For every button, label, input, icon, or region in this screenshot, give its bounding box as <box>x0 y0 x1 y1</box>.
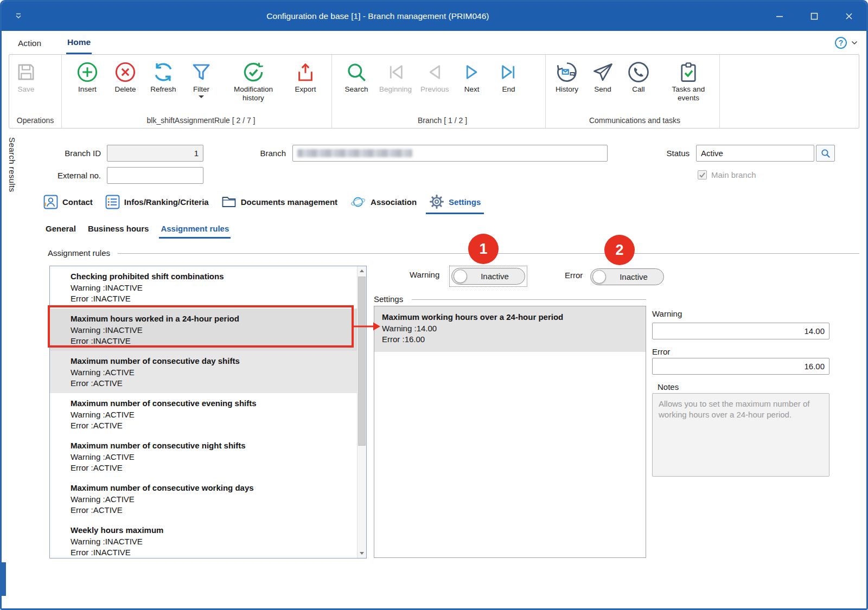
ribbon-group-communications: History Send Call <box>546 55 720 128</box>
rule-title: Maximum number of consecutive night shif… <box>71 441 353 450</box>
search-results-side-tab[interactable]: Search results <box>8 137 17 192</box>
menu-home[interactable]: Home <box>66 32 92 54</box>
branch-id-label: Branch ID <box>50 145 101 162</box>
annotation-badge-1: 1 <box>468 234 499 264</box>
warning-toggle[interactable]: Inactive <box>451 268 525 285</box>
tab-infos-ranking-criteria[interactable]: Infos/Ranking/Criteria <box>104 195 210 209</box>
rule-warning: Warning :ACTIVE <box>71 409 353 420</box>
external-no-input[interactable] <box>107 167 203 184</box>
quick-access-chevron-icon[interactable] <box>15 13 22 20</box>
rule-list-item[interactable]: Checking prohibited shift combinations W… <box>50 266 357 309</box>
subtab-general[interactable]: General <box>45 224 76 233</box>
branch-input[interactable] <box>292 145 608 162</box>
warning-field-label: Warning <box>652 309 682 318</box>
list-scrollbar[interactable] <box>357 266 366 558</box>
window-title: Configuration de base [1] - Branch manag… <box>266 11 489 21</box>
ribbon: Save Operations Insert Delete <box>9 54 859 129</box>
annotation-badge-2: 2 <box>604 235 635 265</box>
tab-association[interactable]: Association <box>349 195 418 209</box>
notes-textarea[interactable]: Allows you to set the maximum number of … <box>652 393 829 477</box>
send-button[interactable]: Send <box>586 59 620 94</box>
beginning-icon <box>384 59 407 85</box>
previous-button[interactable]: Previous <box>418 59 452 94</box>
save-button[interactable]: Save <box>9 59 43 94</box>
tab-contact[interactable]: Contact <box>42 195 94 209</box>
warning-toggle-state: Inactive <box>467 272 525 281</box>
tab-label: Contact <box>62 197 93 207</box>
scrollbar-track[interactable] <box>358 275 366 549</box>
beginning-button[interactable]: Beginning <box>376 59 414 94</box>
tab-documents-management[interactable]: Documents management <box>220 195 339 209</box>
rule-error: Error :ACTIVE <box>71 463 353 473</box>
infos-ranking-criteria-icon <box>105 195 120 209</box>
send-icon <box>591 59 615 85</box>
export-icon <box>294 59 317 85</box>
rule-list-item[interactable]: Maximum number of consecutive evening sh… <box>50 393 357 435</box>
scroll-up-button[interactable] <box>358 266 366 275</box>
subtab-business-hours[interactable]: Business hours <box>87 224 150 233</box>
rule-list-item[interactable]: Maximum number of consecutive working da… <box>50 478 357 520</box>
scrollbar-thumb[interactable] <box>358 277 366 446</box>
rule-warning: Warning :ACTIVE <box>71 494 353 505</box>
status-input[interactable] <box>696 145 814 162</box>
menu-action[interactable]: Action <box>17 32 42 54</box>
main-branch-label: Main branch <box>711 170 756 179</box>
rule-error: Error :ACTIVE <box>71 378 353 389</box>
rule-warning: Warning :INACTIVE <box>71 282 353 293</box>
association-icon <box>350 195 366 209</box>
insert-button[interactable]: Insert <box>71 59 104 94</box>
export-button[interactable]: Export <box>289 59 322 94</box>
scroll-up-arrow-icon <box>360 269 364 272</box>
refresh-button[interactable]: Refresh <box>146 59 180 94</box>
history-button[interactable]: History <box>550 59 584 94</box>
scroll-down-button[interactable] <box>358 549 366 558</box>
rule-warning: Warning :ACTIVE <box>71 452 353 463</box>
error-value-input[interactable] <box>652 358 829 375</box>
refresh-icon <box>151 59 175 85</box>
minimize-icon <box>775 12 784 21</box>
rule-warning: Warning :ACTIVE <box>71 367 353 378</box>
tab-settings[interactable]: Settings <box>428 194 482 209</box>
warning-toggle-label: Warning <box>410 270 439 279</box>
tasks-and-events-button[interactable]: Tasks and events <box>658 59 719 102</box>
call-button[interactable]: Call <box>622 59 655 94</box>
minimize-button[interactable] <box>762 2 797 31</box>
subtab-assignment-rules[interactable]: Assignment rules <box>160 224 229 233</box>
filter-button[interactable]: Filter <box>184 59 218 98</box>
main-branch-checkbox[interactable] <box>698 170 707 179</box>
rule-list-item[interactable]: Maximum hours worked in a 24-hour period… <box>50 309 357 351</box>
ribbon-collapse-chevron-icon[interactable] <box>851 41 858 45</box>
status-search-button[interactable] <box>816 145 835 162</box>
rule-error: Error :INACTIVE <box>71 336 353 346</box>
modification-history-button[interactable]: Modification history <box>222 59 284 102</box>
error-toggle[interactable]: Inactive <box>590 268 664 285</box>
app-window: Configuration de base [1] - Branch manag… <box>0 0 868 610</box>
filter-dropdown-caret-icon[interactable] <box>199 95 204 98</box>
toggle-knob <box>592 270 606 284</box>
tasks-events-icon <box>677 59 700 85</box>
settings-detail-header[interactable]: Maximum working hours over a 24-hour per… <box>374 306 646 352</box>
branch-id-input[interactable] <box>107 145 203 162</box>
tab-bar: Contact Infos/Ranking/Criteria Documents… <box>42 191 482 213</box>
rule-error: Error :ACTIVE <box>71 420 353 431</box>
rule-title: Checking prohibited shift combinations <box>71 272 353 281</box>
help-button[interactable]: ? <box>835 37 847 49</box>
ribbon-search-button[interactable]: Search <box>340 59 373 94</box>
rule-list-item[interactable]: Maximum number of consecutive night shif… <box>50 435 357 478</box>
checkmark-icon <box>699 172 706 178</box>
close-button[interactable] <box>832 2 866 31</box>
delete-button[interactable]: Delete <box>108 59 142 94</box>
end-icon <box>497 59 520 85</box>
warning-toggle-focus-ring: Inactive <box>449 266 527 287</box>
rule-list-item[interactable]: Weekly hours maximum Warning :INACTIVE E… <box>50 520 357 558</box>
rule-list-item[interactable]: Maximum number of consecutive day shifts… <box>50 351 357 393</box>
warning-value-input[interactable] <box>652 323 829 339</box>
ribbon-group-shift-assignment-rule: Insert Delete Refresh <box>62 55 332 128</box>
end-button[interactable]: End <box>492 59 526 94</box>
maximize-button[interactable] <box>797 2 832 31</box>
branch-value-redacted <box>297 149 412 157</box>
next-button[interactable]: Next <box>455 59 489 94</box>
assignment-rules-section-label: Assignment rules <box>48 248 110 258</box>
error-field-label: Error <box>652 347 670 356</box>
tab-label: Association <box>371 197 417 207</box>
